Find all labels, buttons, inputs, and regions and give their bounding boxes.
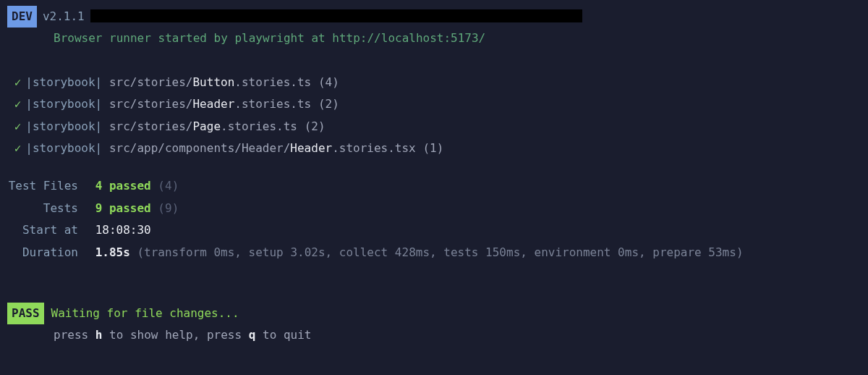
file-test-count: (2) [318, 93, 339, 115]
file-path-suffix: .stories.ts [221, 116, 297, 138]
test-file-row: ✓ |storybook| src/stories/Page.stories.t… [7, 116, 861, 138]
file-test-count: (1) [422, 138, 443, 159]
hint-segment: press [54, 328, 95, 342]
test-file-row: ✓ |storybook| src/stories/Header.stories… [7, 93, 861, 115]
header-row: DEV v2.1.1 [7, 6, 861, 28]
total-count: (4) [158, 175, 179, 197]
check-icon: ✓ [14, 72, 22, 93]
file-path-prefix: src/stories/ [109, 116, 193, 138]
total-count: (9) [158, 198, 179, 219]
summary-duration: Duration 1.85s (transform 0ms, setup 3.0… [7, 242, 861, 264]
summary-test-files: Test Files 4 passed (4) [7, 175, 861, 197]
file-name-highlight: Header [192, 93, 234, 115]
summary-label: Duration [7, 242, 88, 264]
version-text: v2.1.1 [43, 6, 85, 28]
start-time-value: 18:08:30 [95, 219, 151, 241]
file-path-prefix: src/app/components/Header/ [109, 138, 290, 159]
summary-label: Tests [7, 198, 88, 219]
file-path-prefix: src/stories/ [109, 93, 193, 115]
passed-label: passed [109, 198, 151, 219]
file-name-highlight: Header [290, 138, 332, 159]
summary-start-at: Start at 18:08:30 [7, 219, 861, 241]
file-name-highlight: Button [192, 72, 234, 93]
storybook-tag: |storybook| [25, 116, 102, 138]
file-path-suffix: .stories.ts [234, 93, 311, 115]
passed-count: 9 [95, 198, 103, 219]
passed-label: passed [109, 175, 151, 197]
file-test-count: (2) [305, 116, 326, 138]
check-icon: ✓ [14, 138, 22, 159]
hint-segment: to quit [255, 328, 311, 342]
passed-count: 4 [95, 175, 103, 197]
hint-segment: to show help, press [102, 328, 248, 342]
check-icon: ✓ [14, 116, 22, 138]
help-key[interactable]: h [95, 328, 103, 342]
runner-message: Browser runner started by playwright at … [7, 28, 485, 49]
file-path-suffix: .stories.ts [234, 72, 311, 93]
hint-text: press h to show help, press q to quit [7, 324, 311, 346]
storybook-tag: |storybook| [25, 72, 102, 93]
duration-breakdown: (transform 0ms, setup 3.02s, collect 428… [137, 242, 743, 264]
file-test-count: (4) [318, 72, 339, 93]
storybook-tag: |storybook| [25, 138, 102, 159]
quit-key[interactable]: q [249, 328, 256, 342]
footer-status-row: PASS Waiting for file changes... [7, 303, 861, 324]
file-path-prefix: src/stories/ [109, 72, 193, 93]
dev-badge: DEV [7, 6, 37, 28]
summary-label: Start at [7, 219, 88, 241]
summary-label: Test Files [7, 175, 88, 197]
test-file-row: ✓ |storybook| src/stories/Button.stories… [7, 72, 861, 93]
waiting-message: Waiting for file changes... [51, 303, 239, 324]
check-icon: ✓ [14, 93, 22, 115]
test-file-row: ✓ |storybook| src/app/components/Header/… [7, 138, 861, 159]
runner-message-row: Browser runner started by playwright at … [7, 28, 861, 49]
footer-hint-row: press h to show help, press q to quit [7, 324, 861, 346]
redacted-path [90, 9, 582, 22]
duration-value: 1.85s [95, 242, 130, 264]
file-path-suffix: .stories.tsx [332, 138, 416, 159]
pass-badge: PASS [7, 303, 44, 324]
file-name-highlight: Page [192, 116, 221, 138]
storybook-tag: |storybook| [25, 93, 102, 115]
summary-tests: Tests 9 passed (9) [7, 198, 861, 219]
